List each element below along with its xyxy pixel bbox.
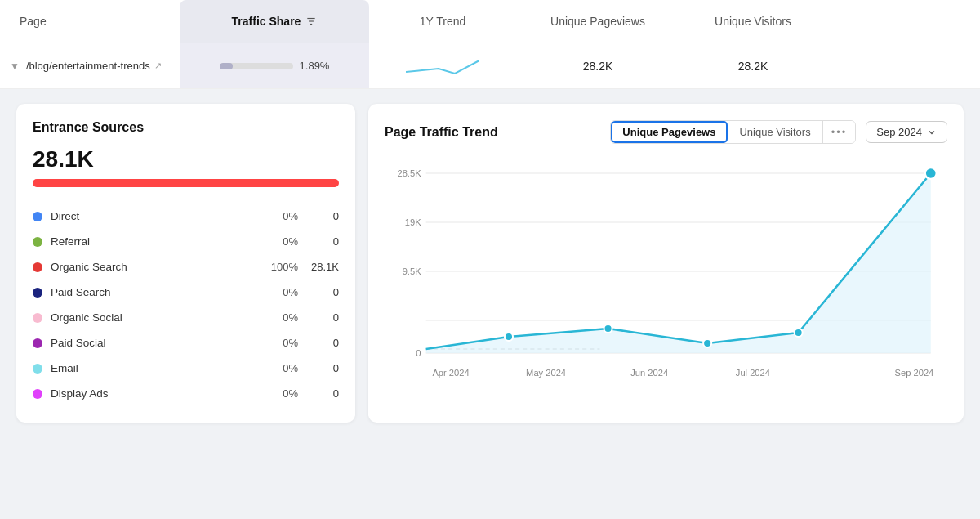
svg-point-10 [505, 333, 513, 341]
entrance-sources-title: Entrance Sources [33, 120, 339, 135]
source-name: Paid Search [51, 286, 253, 298]
source-item: Referral 0% 0 [33, 229, 339, 254]
svg-text:May 2024: May 2024 [526, 368, 566, 378]
source-dot [33, 389, 42, 399]
tab-group: Unique Pageviews Unique Visitors ••• [610, 120, 856, 144]
source-name: Organic Social [51, 311, 253, 324]
source-val: 0 [306, 387, 339, 400]
svg-text:0: 0 [416, 348, 421, 358]
header-traffic-share[interactable]: Traffic Share [180, 0, 369, 43]
external-link-icon: ↗ [154, 60, 162, 71]
source-val: 0 [306, 311, 339, 324]
source-pct: 0% [261, 311, 298, 324]
entrance-sources-card: Entrance Sources 28.1K Direct 0% 0 Refer… [16, 104, 355, 423]
source-dot [33, 338, 42, 348]
table-row: ▼ /blog/entertainment-trends ↗ 1.89% 28.… [0, 43, 980, 89]
pageviews-cell: 28.2K [516, 43, 679, 88]
source-item: Display Ads 0% 0 [33, 381, 339, 406]
source-val: 0 [306, 286, 339, 298]
svg-text:Sep 2024: Sep 2024 [895, 368, 934, 378]
sparkline-chart [406, 54, 479, 78]
source-item: Email 0% 0 [33, 356, 339, 381]
source-item: Organic Social 0% 0 [33, 305, 339, 330]
trend-title: Page Traffic Trend [385, 125, 498, 140]
svg-text:Apr 2024: Apr 2024 [432, 368, 469, 378]
progress-bar-fill [220, 63, 233, 69]
source-val: 0 [306, 337, 339, 349]
source-pct: 0% [261, 235, 298, 248]
tab-more[interactable]: ••• [823, 121, 856, 143]
source-pct: 0% [261, 362, 298, 374]
main-content: Entrance Sources 28.1K Direct 0% 0 Refer… [0, 91, 980, 436]
header-visitors: Unique Visitors [679, 0, 826, 43]
source-name: Display Ads [51, 387, 253, 400]
chart-area: 28.5K 19K 9.5K 0 Apr 2024 May 2024 Jun 2… [385, 157, 947, 394]
svg-text:Jul 2024: Jul 2024 [736, 368, 770, 378]
source-dot [33, 364, 42, 374]
header-page: Page [0, 0, 180, 43]
source-pct: 0% [261, 210, 298, 222]
svg-point-14 [925, 168, 937, 179]
table-header: Page Traffic Share 1Y Trend Unique Pagev… [0, 0, 980, 43]
chevron-down-icon: ▼ [10, 60, 20, 72]
trend-cell [369, 43, 516, 88]
trend-chart-svg: 28.5K 19K 9.5K 0 Apr 2024 May 2024 Jun 2… [385, 157, 947, 394]
svg-text:Jun 2024: Jun 2024 [630, 368, 668, 378]
page-cell: ▼ /blog/entertainment-trends ↗ [0, 43, 180, 88]
svg-text:19K: 19K [405, 217, 421, 227]
chevron-down-icon [927, 128, 937, 137]
svg-point-13 [795, 329, 803, 337]
source-pct: 0% [261, 387, 298, 400]
source-name: Organic Search [51, 261, 253, 273]
source-item: Paid Search 0% 0 [33, 280, 339, 305]
date-selector[interactable]: Sep 2024 [866, 121, 947, 143]
source-pct: 0% [261, 286, 298, 298]
source-item: Paid Social 0% 0 [33, 330, 339, 356]
source-dot [33, 212, 42, 221]
source-list: Direct 0% 0 Referral 0% 0 Organic Search… [33, 204, 339, 406]
svg-text:28.5K: 28.5K [397, 168, 421, 178]
filter-icon [305, 16, 317, 27]
source-item: Direct 0% 0 [33, 204, 339, 229]
source-val: 0 [306, 210, 339, 222]
traffic-percentage: 1.89% [300, 60, 330, 72]
source-dot [33, 262, 42, 272]
source-name: Email [51, 362, 253, 374]
source-pct: 100% [261, 261, 298, 273]
source-name: Paid Social [51, 337, 253, 349]
source-val: 28.1K [306, 261, 339, 273]
visitors-cell: 28.2K [679, 43, 826, 88]
header-trend: 1Y Trend [369, 0, 516, 43]
source-dot [33, 237, 42, 247]
entrance-sources-total: 28.1K [33, 146, 339, 172]
progress-bar [220, 63, 293, 69]
svg-point-12 [703, 339, 711, 347]
svg-point-11 [604, 324, 612, 333]
source-val: 0 [306, 362, 339, 374]
source-pct: 0% [261, 337, 298, 349]
source-dot [33, 313, 42, 323]
source-name: Referral [51, 235, 253, 248]
tab-unique-visitors[interactable]: Unique Visitors [728, 121, 822, 143]
source-dot [33, 288, 42, 298]
trend-card: Page Traffic Trend Unique Pageviews Uniq… [368, 104, 964, 423]
tab-unique-pageviews[interactable]: Unique Pageviews [611, 121, 728, 143]
header-pageviews: Unique Pageviews [516, 0, 679, 43]
page-link[interactable]: /blog/entertainment-trends ↗ [26, 60, 162, 72]
traffic-share-cell: 1.89% [180, 43, 369, 88]
source-val: 0 [306, 235, 339, 248]
svg-text:9.5K: 9.5K [403, 266, 422, 276]
entrance-sources-bar [33, 179, 339, 187]
source-item: Organic Search 100% 28.1K [33, 254, 339, 280]
trend-header: Page Traffic Trend Unique Pageviews Uniq… [385, 120, 947, 144]
source-name: Direct [51, 210, 253, 222]
